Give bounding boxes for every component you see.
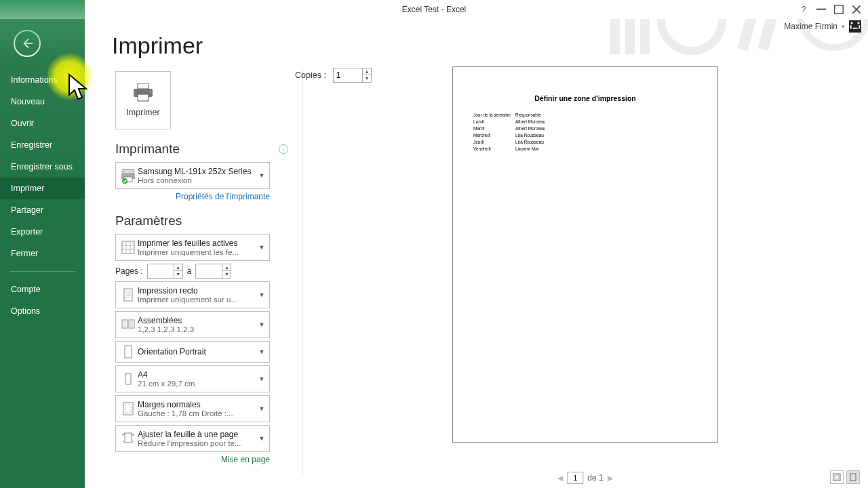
title-bar: Excel Test - Excel ? (0, 0, 868, 19)
svg-rect-24 (124, 289, 132, 301)
sidebar-item-label: Compte (11, 285, 41, 294)
sidebar-item-informations[interactable]: Informations (0, 69, 85, 91)
print-button[interactable]: Imprimer (115, 71, 171, 129)
collate-icon (119, 317, 138, 333)
fit-page-icon (119, 430, 138, 447)
chevron-down-icon: ▼ (257, 321, 267, 328)
printer-heading: Imprimante i (115, 142, 288, 157)
sidebar-item-enregistrer-sous[interactable]: Enregistrer sous (0, 156, 85, 178)
paper-icon (119, 371, 138, 387)
info-icon[interactable]: i (279, 144, 288, 154)
chevron-down-icon: ▼ (257, 291, 267, 298)
chevron-down-icon: ▼ (257, 348, 267, 355)
backstage-sidebar: Informations Nouveau Ouvrir Enregistrer … (0, 19, 85, 488)
pages-to-input[interactable]: ▲▼ (195, 264, 231, 279)
svg-rect-28 (125, 373, 131, 384)
sidebar-separator (9, 271, 75, 272)
svg-rect-31 (125, 433, 132, 443)
svg-rect-19 (123, 169, 134, 174)
margins-selector[interactable]: Marges normalesGauche : 1,78 cm Droite :… (115, 395, 270, 422)
show-margins-button[interactable] (830, 470, 844, 484)
svg-rect-17 (138, 94, 149, 101)
chevron-down-icon: ▼ (257, 405, 267, 412)
print-button-label: Imprimer (126, 108, 159, 117)
page-navigator: ◀ de 1 ▶ (557, 472, 612, 484)
svg-rect-23 (122, 241, 134, 253)
page-single-icon (119, 287, 138, 303)
sidebar-item-label: Enregistrer (11, 140, 52, 150)
margins-icon (119, 401, 138, 417)
svg-rect-7 (816, 9, 826, 10)
print-preview: Définir une zone d'impression Jour de la… (302, 19, 868, 488)
sidebar-item-label: Nouveau (11, 97, 45, 106)
sidebar-item-label: Ouvrir (11, 119, 34, 128)
chevron-down-icon: ▼ (257, 244, 267, 251)
printer-properties-link[interactable]: Propriétés de l'imprimante (115, 192, 270, 201)
printer-status-icon (119, 167, 138, 184)
duplex-selector[interactable]: Impression rectoImprimer uniquement sur … (115, 281, 270, 308)
printer-status: Hors connexion (138, 176, 257, 184)
pages-label: Pages : (115, 266, 143, 276)
printer-icon (132, 83, 154, 102)
printer-selector[interactable]: Samsung ML-191x 252x Series Hors connexi… (115, 162, 270, 189)
prev-page-button[interactable]: ◀ (557, 474, 563, 483)
svg-point-18 (149, 91, 151, 93)
page-total: de 1 (587, 473, 603, 483)
page-number-input[interactable] (567, 472, 583, 484)
page-setup-link[interactable]: Mise en page (115, 455, 270, 464)
help-icon[interactable]: ? (799, 5, 808, 14)
scaling-selector[interactable]: Ajuster la feuille à une pageRéduire l'i… (115, 425, 270, 452)
pages-to-label: à (187, 266, 192, 276)
preview-page: Définir une zone d'impression Jour de la… (452, 66, 718, 443)
page-title: Imprimer (112, 33, 288, 59)
collate-selector[interactable]: Assemblées1,2,3 1,2,3 1,2,3 ▼ (115, 311, 270, 338)
zoom-to-page-button[interactable] (846, 470, 860, 484)
svg-rect-8 (835, 5, 844, 14)
sidebar-item-compte[interactable]: Compte (0, 279, 85, 300)
svg-rect-15 (138, 83, 149, 89)
svg-rect-33 (835, 475, 839, 479)
next-page-button[interactable]: ▶ (608, 474, 613, 483)
svg-rect-34 (850, 474, 856, 481)
close-icon[interactable] (852, 5, 861, 14)
preview-title: Définir une zone d'impression (473, 94, 697, 102)
settings-heading: Paramètres (115, 214, 288, 228)
sidebar-item-nouveau[interactable]: Nouveau (0, 91, 85, 113)
sidebar-item-options[interactable]: Options (0, 300, 85, 322)
sidebar-item-label: Enregistrer sous (11, 162, 73, 171)
sidebar-item-ouvrir[interactable]: Ouvrir (0, 113, 85, 134)
chevron-down-icon: ▼ (257, 375, 267, 382)
printer-name: Samsung ML-191x 252x Series (138, 167, 257, 176)
paper-size-selector[interactable]: A421 cm x 29,7 cm ▼ (115, 365, 270, 392)
orientation-icon (119, 344, 138, 360)
window-title: Excel Test - Excel (402, 5, 466, 14)
svg-point-22 (122, 178, 127, 184)
orientation-selector[interactable]: Orientation Portrait ▼ (115, 341, 270, 363)
sidebar-item-exporter[interactable]: Exporter (0, 221, 85, 243)
sidebar-item-label: Options (11, 306, 40, 316)
pages-from-input[interactable]: ▲▼ (147, 264, 183, 279)
preview-table: Jour de la semaineResponsable LundiAlber… (473, 112, 697, 152)
chevron-down-icon: ▼ (257, 435, 267, 442)
svg-rect-27 (125, 346, 132, 358)
sidebar-item-label: Exporter (11, 227, 43, 237)
minimize-icon[interactable] (816, 5, 826, 14)
print-what-selector[interactable]: Imprimer les feuilles actives Imprimer u… (115, 234, 270, 261)
sidebar-item-fermer[interactable]: Fermer (0, 243, 85, 264)
back-button[interactable] (14, 30, 41, 57)
sidebar-item-label: Partager (11, 205, 43, 215)
sidebar-item-enregistrer[interactable]: Enregistrer (0, 134, 85, 156)
sidebar-item-label: Imprimer (11, 184, 44, 193)
chevron-down-icon: ▼ (257, 172, 267, 179)
sidebar-item-imprimer[interactable]: Imprimer (0, 178, 85, 199)
sidebar-item-label: Informations (11, 75, 58, 85)
maximize-icon[interactable] (834, 5, 844, 14)
sidebar-item-label: Fermer (11, 249, 38, 258)
sidebar-item-partager[interactable]: Partager (0, 199, 85, 221)
sheets-icon (119, 239, 138, 256)
